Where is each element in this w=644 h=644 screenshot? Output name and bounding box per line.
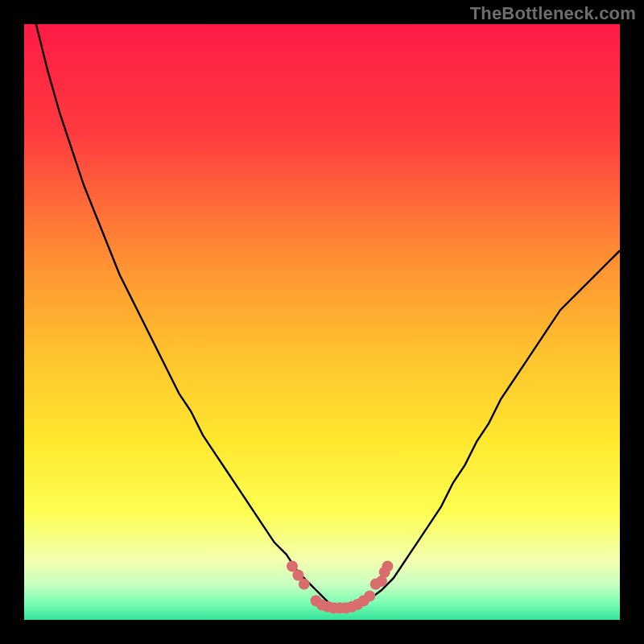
watermark-text: TheBottleneck.com xyxy=(470,3,636,24)
curve-marker xyxy=(364,590,375,601)
gradient-background xyxy=(24,24,620,620)
curve-marker xyxy=(299,579,310,590)
curve-marker xyxy=(382,560,393,572)
chart-frame: TheBottleneck.com xyxy=(0,0,644,644)
bottleneck-chart xyxy=(24,24,620,620)
